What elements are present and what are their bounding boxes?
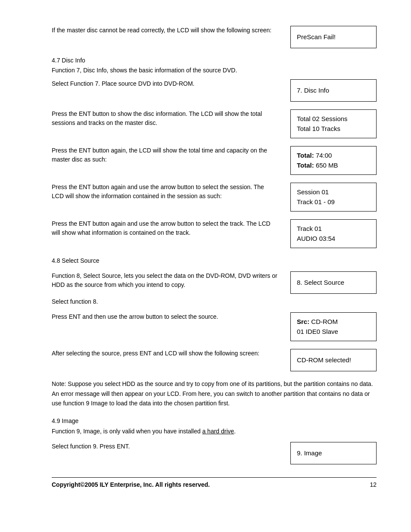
select-source-func-text: Select function 8. <box>52 297 277 306</box>
select-source-src-box-col: Src: CD-ROM 01 IDE0 Slave <box>290 312 377 341</box>
select-source-src-lcd: Src: CD-ROM 01 IDE0 Slave <box>290 312 377 341</box>
select-source-src-section: Press ENT and then use the arrow button … <box>52 312 377 341</box>
lcd-line-1: Total 02 Sessions <box>297 114 370 124</box>
footer-copyright: Copyright©2005 ILY Enterprise, Inc. All … <box>52 481 210 488</box>
disc-info-session-box-col: Session 01 Track 01 - 09 <box>290 183 377 212</box>
select-source-heading-block: 4.8 Select Source <box>52 256 377 265</box>
image-intro-text: Function 9, Image, is only valid when yo… <box>52 426 377 436</box>
lcd-line: CD-ROM selected! <box>297 355 370 365</box>
select-source-heading-text: 4.8 Select Source <box>52 256 377 265</box>
lcd-line-1: Track 01 <box>297 224 370 234</box>
image-section: Select function 9. Press ENT. 9. Image <box>52 442 377 464</box>
lcd-line-1: Total: 74:00 <box>297 151 370 161</box>
disc-info-intro-text: Function 7, Disc Info, shows the basic i… <box>52 66 377 75</box>
disc-info-sessions-box-col: Total 02 Sessions Total 10 Tracks <box>290 109 377 138</box>
footer-page: 12 <box>370 481 377 488</box>
select-source-intro-text: Function 8, Select Source, lets you sele… <box>52 271 277 289</box>
select-source-src-text: Press ENT and then use the arrow button … <box>52 312 277 321</box>
disc-info-time-box-col: Total: 74:00 Total: 650 MB <box>290 146 377 175</box>
select-source-intro-content: Function 8, Select Source, lets you sele… <box>52 272 277 288</box>
lcd-line: 7. Disc Info <box>297 86 370 96</box>
lcd-line-2: 01 IDE0 Slave <box>297 327 370 337</box>
lcd-line: 8. Select Source <box>297 278 370 288</box>
disc-info-time-lcd: Total: 74:00 Total: 650 MB <box>290 146 377 175</box>
disc-info-time-text: Press the ENT button again, the LCD will… <box>52 146 277 164</box>
disc-info-select-lcd: 7. Disc Info <box>290 79 377 102</box>
disc-info-track-box-col: Track 01 AUDIO 03:54 <box>290 219 377 248</box>
disc-info-select-box-col: 7. Disc Info <box>290 79 377 102</box>
disc-info-track-text: Press the ENT button again and use the a… <box>52 219 277 237</box>
footer: Copyright©2005 ILY Enterprise, Inc. All … <box>52 477 377 488</box>
disc-info-sessions-lcd: Total 02 Sessions Total 10 Tracks <box>290 109 377 138</box>
select-source-intro-box-col: 8. Select Source <box>290 271 377 294</box>
note-text: Note: Suppose you select HDD as the sour… <box>52 379 377 408</box>
prescan-section: If the master disc cannot be read correc… <box>52 26 377 48</box>
disc-info-session-text: Press the ENT button again and use the a… <box>52 183 277 201</box>
select-source-selected-section: After selecting the source, press ENT an… <box>52 349 377 371</box>
prescan-lcd-text: PreScan Fail! <box>297 32 370 42</box>
lcd-line-2: Total: 650 MB <box>297 161 370 171</box>
disc-info-select-section: Select Function 7. Place source DVD into… <box>52 79 377 102</box>
disc-info-heading-text: 4.7 Disc Info <box>52 56 377 65</box>
image-heading-text: 4.9 Image <box>52 416 377 426</box>
prescan-box-col: PreScan Fail! <box>290 26 377 48</box>
disc-info-session-section: Press the ENT button again and use the a… <box>52 183 377 212</box>
select-source-intro-section: Function 8, Select Source, lets you sele… <box>52 271 377 294</box>
select-source-selected-text: After selecting the source, press ENT an… <box>52 349 277 358</box>
select-source-selected-box-col: CD-ROM selected! <box>290 349 377 371</box>
prescan-text: If the master disc cannot be read correc… <box>52 26 277 35</box>
prescan-lcd: PreScan Fail! <box>290 26 377 48</box>
select-source-intro-lcd: 8. Select Source <box>290 271 377 294</box>
disc-info-heading: 4.7 Disc Info Function 7, Disc Info, sho… <box>52 56 377 75</box>
disc-info-select-text: Select Function 7. Place source DVD into… <box>52 79 277 88</box>
image-heading-block: 4.9 Image Function 9, Image, is only val… <box>52 416 377 436</box>
disc-info-sessions-section: Press the ENT button to show the disc in… <box>52 109 377 138</box>
image-section-text: Select function 9. Press ENT. <box>52 442 277 451</box>
image-lcd: 9. Image <box>290 442 377 464</box>
lcd-line-2: Total 10 Tracks <box>297 124 370 134</box>
lcd-line-1: Session 01 <box>297 187 370 197</box>
disc-info-track-lcd: Track 01 AUDIO 03:54 <box>290 219 377 248</box>
disc-info-sessions-text: Press the ENT button to show the disc in… <box>52 109 277 128</box>
select-source-selected-lcd: CD-ROM selected! <box>290 349 377 371</box>
lcd-line-2: AUDIO 03:54 <box>297 234 370 244</box>
disc-info-time-section: Press the ENT button again, the LCD will… <box>52 146 377 175</box>
image-section-box-col: 9. Image <box>290 442 377 464</box>
lcd-line-2: Track 01 - 09 <box>297 197 370 207</box>
disc-info-track-section: Press the ENT button again and use the a… <box>52 219 377 248</box>
select-source-func-section: Select function 8. <box>52 297 377 306</box>
lcd-line-1: Src: CD-ROM <box>297 317 370 327</box>
disc-info-session-lcd: Session 01 Track 01 - 09 <box>290 183 377 212</box>
lcd-line: 9. Image <box>297 448 370 458</box>
